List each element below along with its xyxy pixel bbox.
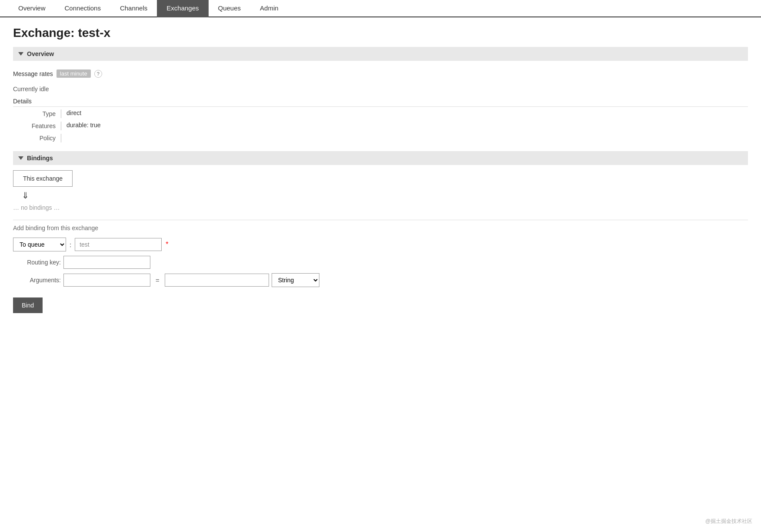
type-divider — [61, 109, 61, 118]
policy-divider — [61, 134, 61, 142]
details-table: Type direct Features durable: true Polic… — [17, 109, 748, 142]
page-title-prefix: Exchange: — [13, 26, 78, 40]
durable-label: durable: — [66, 122, 89, 129]
colon-separator: : — [70, 241, 71, 248]
type-value: direct — [66, 109, 81, 116]
nav-overview[interactable]: Overview — [9, 0, 55, 17]
bindings-section-header[interactable]: Bindings — [13, 151, 748, 165]
arg-type-select[interactable]: String Number Boolean — [272, 273, 319, 287]
overview-section: Message rates last minute ? Currently id… — [13, 66, 748, 142]
features-key: Features — [17, 122, 61, 129]
routing-key-row: Routing key: — [13, 256, 748, 269]
bindings-collapse-icon — [18, 156, 23, 160]
page-title-name: test-x — [78, 26, 110, 40]
features-divider — [61, 122, 61, 130]
nav-connections[interactable]: Connections — [55, 0, 110, 17]
arg-value-input[interactable] — [165, 274, 269, 287]
overview-section-header[interactable]: Overview — [13, 47, 748, 61]
routing-key-label: Routing key: — [13, 259, 61, 266]
bind-button[interactable]: Bind — [13, 297, 43, 313]
bindings-section-label: Bindings — [27, 155, 53, 162]
policy-row: Policy — [17, 134, 748, 142]
policy-key: Policy — [17, 134, 61, 142]
this-exchange-box: This exchange — [13, 170, 73, 187]
routing-key-input[interactable] — [63, 256, 150, 269]
equals-sign: = — [156, 277, 160, 284]
arguments-label: Arguments: — [13, 277, 61, 284]
page-title: Exchange: test-x — [13, 26, 748, 40]
nav-channels[interactable]: Channels — [110, 0, 157, 17]
details-label: Details — [13, 98, 748, 107]
type-key: Type — [17, 109, 61, 117]
arg-key-input[interactable] — [63, 274, 150, 287]
help-icon[interactable]: ? — [94, 70, 102, 78]
queue-name-input[interactable] — [75, 238, 162, 251]
nav-admin[interactable]: Admin — [250, 0, 288, 17]
message-rates-row: Message rates last minute ? — [13, 66, 748, 81]
add-binding-title: Add binding from this exchange — [13, 220, 748, 231]
durable-value: true — [89, 122, 101, 129]
required-star: * — [166, 241, 168, 248]
main-content: Exchange: test-x Overview Message rates … — [0, 17, 761, 330]
nav-queues[interactable]: Queues — [209, 0, 251, 17]
features-value: durable: true — [66, 122, 101, 129]
currently-idle-text: Currently idle — [13, 86, 748, 93]
overview-collapse-icon — [18, 52, 23, 56]
overview-section-label: Overview — [27, 50, 54, 57]
bindings-section: This exchange ⇓ … no bindings … Add bind… — [13, 170, 748, 313]
arguments-row: Arguments: = String Number Boolean — [13, 273, 748, 287]
features-row: Features durable: true — [17, 122, 748, 130]
message-rates-label: Message rates — [13, 70, 53, 77]
type-row: Type direct — [17, 109, 748, 118]
destination-select[interactable]: To queue To exchange — [13, 238, 66, 251]
last-minute-badge[interactable]: last minute — [56, 69, 91, 78]
no-bindings-text: … no bindings … — [13, 204, 748, 211]
down-arrow-icon: ⇓ — [22, 190, 748, 201]
main-nav: Overview Connections Channels Exchanges … — [0, 0, 761, 17]
destination-row: To queue To exchange : * — [13, 238, 748, 251]
nav-exchanges[interactable]: Exchanges — [157, 0, 208, 17]
